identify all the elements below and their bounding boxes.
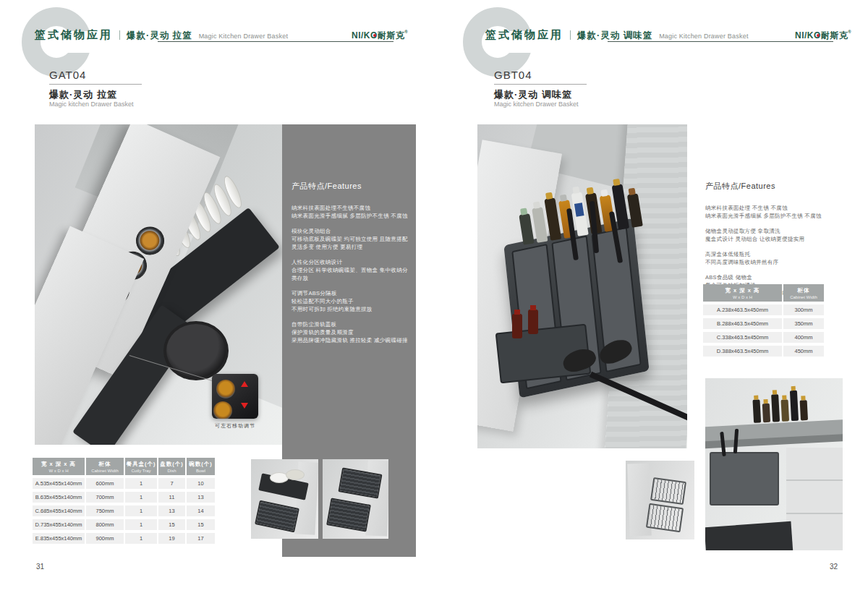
thumbnail-photo-basket-open [251, 459, 318, 539]
brand-logo: NI/KO耐斯克® [795, 30, 851, 42]
bottle [771, 394, 780, 422]
lower-basket-shape [646, 503, 684, 532]
header-en: Dish [158, 469, 185, 473]
series-title-en: Magic Kitchen Drawer Basket [659, 33, 748, 40]
bowl [216, 380, 235, 398]
header-cn: 碗数(个) [187, 461, 215, 468]
spec-table-right: 宽 x 深 x 高W x D x H 柜体Cabinet Width A.238… [703, 284, 824, 359]
spec-cell: D.735x455x140mm [33, 519, 85, 530]
plate-stack-shape [286, 469, 305, 480]
model-name-en: Magic kitchen Drawer Basket [494, 101, 579, 108]
spec-cell: 17 [187, 533, 215, 544]
spec-table-left: 宽 x 深 x 高W x D x H 柜体Cabinet Width 餐具盒(个… [33, 458, 215, 547]
model-name-en: Magic kitchen Drawer Basket [49, 101, 134, 108]
spec-cell: 11 [158, 492, 185, 503]
spec-cell: 350mm [783, 318, 824, 329]
drawer-seam [786, 513, 843, 514]
page-header-left: 篮式储物应用 爆款·灵动 拉篮 Magic Kitchen Drawer Bas… [35, 28, 288, 42]
feature-line: 可调节ABS分隔板 [292, 289, 409, 297]
feature-line: 高深盒体低矮瓶托 [705, 250, 846, 258]
feature-line: 保护滑轨的质量及顺滑度 [292, 328, 409, 336]
feature-group: 储物盒灵动提取方便 拿取清洗 魔盒式设计 灵动组合 让收纳更便捷实用 [705, 227, 846, 243]
spec-cell: 1 [125, 492, 157, 503]
sauce-bottle [528, 310, 538, 334]
spec-cell: C.338x463.5x450mm [703, 332, 782, 343]
spec-cell: A.535x455x140mm [33, 478, 85, 489]
header-en: Cabinet Width [86, 469, 124, 473]
header-en: Cabinet Width [783, 295, 824, 299]
page-header-right: 篮式储物应用 爆款·灵动 调味篮 Magic Kitchen Drawer Ba… [485, 28, 749, 42]
series-title: 爆款·灵动 拉篮 [127, 30, 192, 42]
registered-mark: ® [404, 30, 408, 34]
feature-line: 可移动底板及碗碟架 均可独立使用 且随意搭配 [292, 235, 409, 243]
product-photo-spice-basket [477, 124, 687, 448]
arrow-up-icon [241, 381, 248, 387]
feature-line: 不同高度调味瓶收纳井然有序 [705, 258, 846, 266]
spec-cell: 13 [158, 505, 185, 516]
header-en: W x D x H [33, 469, 85, 473]
page-number: 31 [36, 563, 44, 571]
feature-line: ABS食品级 储物盒 [705, 273, 846, 281]
series-title-en: Magic Kitchen Drawer Basket [199, 33, 288, 40]
spec-cell: 1 [125, 519, 157, 530]
feature-group: 人性化分区收纳设计 合理分区 科学收纳碗碟架、置物盒 集中收纳分类存放 [292, 258, 409, 282]
spec-cell: D.388x463.5x450mm [703, 346, 782, 357]
lower-basket-shape [326, 498, 371, 532]
header-cn: 宽 x 深 x 高 [703, 287, 782, 294]
category-title: 篮式储物应用 [35, 28, 113, 42]
bottle [532, 207, 548, 243]
feature-group: 高深盒体低矮瓶托 不同高度调味瓶收纳井然有序 [705, 250, 846, 266]
bottle [762, 404, 770, 422]
catalog-spread: 篮式储物应用 爆款·灵动 拉篮 Magic Kitchen Drawer Bas… [0, 0, 868, 593]
bottle [752, 399, 761, 422]
spec-cell: 10 [187, 478, 215, 489]
spice-basket-shape [710, 452, 779, 505]
bottle [781, 399, 790, 421]
spec-cell: C.685x455x140mm [33, 505, 85, 516]
spec-col-header: 柜体Cabinet Width [783, 284, 824, 302]
feature-line: 纳米科技表面处理 不生锈 不腐蚀 [705, 204, 846, 212]
spec-header-row: 宽 x 深 x 高W x D x H 柜体Cabinet Width 餐具盒(个… [33, 458, 215, 475]
spec-cell: B.288x463.5x450mm [703, 318, 782, 329]
sauce-bottle [512, 314, 522, 338]
brand-logo-cn: 耐斯克 [378, 30, 405, 40]
feature-line: 自带防尘滑轨盖板 [292, 320, 409, 328]
spec-cell: 13 [187, 492, 215, 503]
plinth-shadow-shape [705, 521, 793, 550]
series-title: 爆款·灵动 调味篮 [577, 30, 652, 42]
features-title: 产品特点/Features [705, 181, 846, 192]
spec-cell: 1 [125, 533, 157, 544]
spec-col-header: 盘数(个)Dish [158, 458, 185, 475]
header-divider [570, 30, 571, 40]
pan-shape [163, 321, 229, 380]
photo-countertop-spices [705, 378, 843, 550]
spec-row: C.685x455x140mm750mm11314 [33, 505, 215, 516]
thumbnail-photo-basket-mesh [323, 459, 388, 539]
feature-group: 可调节ABS分隔板 轻松适配不同大小的瓶子 不用时可拆卸 拒绝约束随意摆放 [292, 289, 409, 313]
brand-logo-cn: 耐斯克 [821, 30, 848, 40]
spec-row: C.338x463.5x450mm400mm [703, 332, 824, 343]
bottles-row [752, 390, 808, 423]
spec-cell: A.238x463.5x450mm [703, 304, 782, 315]
lower-basket-shape [255, 500, 299, 533]
spec-col-header: 碗数(个)Bowl [187, 458, 215, 475]
drawer-seam [786, 479, 843, 481]
header-en: W x D x H [703, 295, 782, 299]
model-code: GAT04 [49, 69, 86, 81]
feature-line: 合理分区 科学收纳碗碟架、置物盒 集中收纳分类存放 [292, 266, 409, 282]
feature-group: 纳米科技表面处理不生锈不腐蚀 纳米表面光滑手感细腻 多层防护不生锈 不腐蚀 [292, 204, 409, 220]
spec-row: E.835x455x140mm900mm11917 [33, 533, 215, 544]
spec-col-header: 宽 x 深 x 高W x D x H [33, 458, 85, 475]
spec-row: D.735x455x140mm800mm11515 [33, 519, 215, 530]
feature-line: 储物盒灵动提取方便 拿取清洗 [705, 227, 846, 235]
header-cn: 柜体 [783, 287, 824, 294]
bowl [213, 401, 232, 419]
logo-dot-icon [817, 34, 820, 37]
header-en: Cutly Tray [125, 469, 157, 473]
header-en: Bowl [187, 469, 215, 473]
feature-group: 自带防尘滑轨盖板 保护滑轨的质量及顺滑度 采用品牌缓冲隐藏滑轨 推拉轻柔 减少碗… [292, 320, 409, 344]
spec-col-header: 宽 x 深 x 高W x D x H [703, 284, 782, 302]
letter-c-graphic [22, 7, 91, 77]
spec-cell: 700mm [86, 492, 124, 503]
spec-cell: 7 [158, 478, 185, 489]
